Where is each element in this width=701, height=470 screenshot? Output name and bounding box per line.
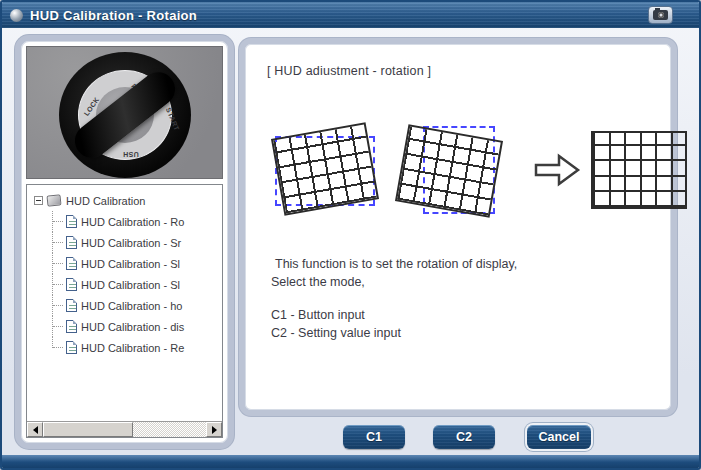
content-panel: [ HUD adiustment - rotation ] This funct… [239,38,677,416]
document-icon [66,320,77,333]
tree-item-7[interactable]: HUD Calibration - Re [31,337,222,358]
ignition-switch-photo: LOCK ACC START USH [26,46,223,179]
document-icon [66,341,77,354]
cancel-button[interactable]: Cancel [527,425,591,449]
rotation-illustration [263,118,657,222]
tree-connector [52,295,65,316]
c1-button[interactable]: C1 [343,425,405,449]
title-bar[interactable]: HUD Calibration - Rotaion [2,2,699,28]
right-arrow-icon [533,152,581,188]
document-icon [66,299,77,312]
app-icon [10,9,23,22]
tree-connector [52,253,65,274]
camera-icon [653,10,668,20]
tree-item-label: HUD Calibration - dis [81,321,184,333]
tree-connector [52,232,65,253]
window-title: HUD Calibration - Rotaion [30,8,197,23]
option-c1-text: C1 - Button input [271,307,657,325]
option-c2-text: C2 - Setting value input [271,325,657,343]
grid-graphic [395,124,503,217]
tree-item-label: HUD Calibration - Ro [81,216,184,228]
tree-collapse-icon[interactable] [34,196,43,205]
tree-item-label: HUD Calibration - ho [81,300,182,312]
tree-item-label: HUD Calibration - Sl [81,258,180,270]
c2-button[interactable]: C2 [433,425,495,449]
rotated-grid-cw [397,118,523,222]
tree-root-row[interactable]: HUD Calibration [31,190,222,211]
aligned-grid [591,131,687,209]
dial-label-bottom: USH [123,151,139,158]
tree-item-5[interactable]: HUD Calibration - ho [31,295,222,316]
rotated-grid-ccw [263,118,389,222]
tree-connector [52,274,65,295]
dialog-window: HUD Calibration - Rotaion LOCK ACC START… [0,0,701,470]
tree-item-3[interactable]: HUD Calibration - Sl [31,253,222,274]
grid-graphic [271,122,379,215]
description-line-2: Select the mode, [271,274,657,292]
document-icon [66,236,77,249]
calibration-tree: HUD Calibration HUD Calibration - Ro HUD… [26,184,223,438]
tree-item-label: HUD Calibration - Sr [81,237,181,249]
tree-item-label: HUD Calibration - Re [81,342,184,354]
tree-connector [52,316,65,337]
tree-connector [52,337,65,348]
window-bottom-edge [2,455,699,468]
tree-item-4[interactable]: HUD Calibration - Sl [31,274,222,295]
tree-rows: HUD Calibration HUD Calibration - Ro HUD… [27,185,222,358]
calibration-root-icon [46,194,61,206]
document-icon [66,257,77,270]
panel-heading: [ HUD adiustment - rotation ] [267,64,657,78]
description-block: This function is to set the rotation of … [271,256,657,342]
tree-root-label: HUD Calibration [66,195,145,207]
description-line-1: This function is to set the rotation of … [275,256,657,274]
left-panel: LOCK ACC START USH HUD Calibration HUD C… [15,35,234,449]
camera-button[interactable] [648,6,673,24]
document-icon [66,215,77,228]
tree-item-rotation[interactable]: HUD Calibration - Ro [31,211,222,232]
tree-item-label: HUD Calibration - Sl [81,279,180,291]
tree-item-2[interactable]: HUD Calibration - Sr [31,232,222,253]
tree-connector [52,211,65,232]
tree-item-6[interactable]: HUD Calibration - dis [31,316,222,337]
document-icon [66,278,77,291]
button-row: C1 C2 Cancel [2,425,699,451]
